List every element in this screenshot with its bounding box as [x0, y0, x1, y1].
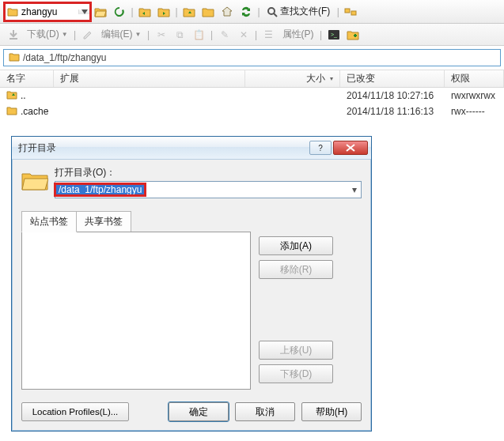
toolbar-separator: | [130, 6, 135, 17]
toolbar-separator: | [254, 29, 259, 40]
rename-icon: ✎ [216, 26, 233, 43]
row-perm: rwxrwxrwx [445, 90, 504, 101]
dialog-titlebar[interactable]: 打开目录 ? [12, 137, 371, 160]
help-icon[interactable]: ? [309, 141, 332, 155]
path-text: /data_1/ftp/zhangyu [23, 52, 106, 63]
find-files-button[interactable]: 查找文件(F) [263, 3, 334, 21]
column-size[interactable]: 大小▾ [245, 70, 340, 87]
folder-icon [6, 106, 17, 118]
row-name: .cache [21, 106, 48, 117]
move-down-button: 下移(D) [259, 364, 333, 383]
svg-rect-2 [351, 11, 356, 15]
file-list: 名字 扩展 大小▾ 已改变 权限 .. 2014/11/18 10:27:16 … [0, 70, 504, 119]
secondary-toolbar: 下载(D) ▼ | 编辑(E) ▼ | ✂ ⧉ 📋 | ✎ ✕ | ☰ 属性(P… [0, 24, 504, 46]
open-dir-label: 打开目录(O)： [55, 166, 362, 179]
toolbar-separator: | [319, 29, 324, 40]
add-bookmark-button[interactable]: 添加(A) [259, 236, 333, 255]
dialog-title: 打开目录 [18, 141, 308, 155]
row-changed: 2014/11/18 10:27:16 [340, 90, 445, 101]
edit-label: 编辑(E) [101, 28, 133, 41]
download-menu: 下载(D) ▼ [24, 26, 71, 43]
open-path-combo[interactable]: /data_1/ftp/zhangyu ▾ [55, 181, 362, 198]
home-icon[interactable] [218, 3, 236, 21]
ok-button[interactable]: 确定 [169, 402, 229, 421]
table-row[interactable]: .. 2014/11/18 10:27:16 rwxrwxrwx [0, 88, 504, 104]
link-icon[interactable] [342, 3, 359, 21]
help-button[interactable]: 帮助(H) [301, 402, 362, 421]
folder-root-icon[interactable] [199, 3, 217, 21]
download-icon [5, 26, 22, 43]
tab-shared-bookmarks[interactable]: 共享书签 [76, 211, 131, 232]
svg-point-0 [268, 8, 275, 14]
toolbar-separator: | [210, 29, 214, 40]
main-toolbar: zhangyu | | | 查找文件(F) | [0, 0, 504, 24]
location-profiles-button[interactable]: Location Profiles(L)... [21, 402, 129, 421]
edit-menu: 编辑(E) ▼ [98, 26, 145, 43]
row-name: .. [21, 90, 26, 101]
folder-icon [6, 7, 20, 17]
column-changed[interactable]: 已改变 [340, 70, 445, 87]
properties-icon: ☰ [260, 26, 278, 43]
column-ext[interactable]: 扩展 [54, 70, 245, 87]
chevron-down-icon[interactable] [78, 9, 89, 14]
folder-up-icon[interactable] [180, 3, 198, 21]
row-changed: 2014/11/18 11:16:13 [340, 106, 445, 117]
move-up-button: 上移(U) [259, 341, 333, 360]
table-header: 名字 扩展 大小▾ 已改变 权限 [0, 70, 504, 88]
chevron-down-icon: ▼ [135, 31, 142, 38]
download-label: 下载(D) [27, 28, 59, 41]
folder-forward-icon[interactable] [155, 3, 172, 21]
toolbar-separator: | [73, 29, 78, 40]
tab-site-bookmarks[interactable]: 站点书签 [21, 211, 77, 232]
delete-icon: ✕ [235, 26, 252, 43]
bookmark-tabs: 站点书签 共享书签 [21, 211, 362, 232]
new-folder-icon[interactable] [344, 26, 362, 43]
table-row[interactable]: .cache 2014/11/18 11:16:13 rwx------ [0, 104, 504, 119]
edit-icon [79, 26, 97, 43]
address-combo[interactable]: zhangyu [5, 3, 90, 21]
find-files-label: 查找文件(F) [280, 5, 330, 18]
folder-open-icon [21, 170, 50, 194]
toolbar-separator: | [256, 6, 261, 17]
cancel-button[interactable]: 取消 [235, 402, 295, 421]
open-path-value: /data_1/ftp/zhangyu [56, 183, 144, 196]
dialog-body: 打开目录(O)： /data_1/ftp/zhangyu ▾ 站点书签 共享书签… [12, 160, 371, 396]
copy-icon: ⧉ [172, 26, 189, 43]
open-directory-dialog: 打开目录 ? 打开目录(O)： /data_1/ftp/zhangyu ▾ [11, 136, 372, 432]
close-icon[interactable] [333, 141, 368, 155]
column-perm[interactable]: 权限 [445, 70, 504, 87]
toolbar-separator: | [146, 29, 151, 40]
cut-icon: ✂ [153, 26, 170, 43]
chevron-down-icon[interactable]: ▾ [348, 184, 361, 195]
folder-icon [9, 52, 20, 64]
chevron-down-icon: ▼ [62, 31, 68, 38]
sort-desc-icon: ▾ [330, 75, 333, 82]
row-perm: rwx------ [445, 106, 504, 117]
open-remote-icon[interactable] [92, 3, 109, 21]
properties-label: 属性(P) [282, 28, 314, 41]
table-body: .. 2014/11/18 10:27:16 rwxrwxrwx .cache … [0, 88, 504, 119]
svg-rect-1 [345, 9, 350, 13]
dialog-footer: Location Profiles(L)... 确定 取消 帮助(H) [12, 396, 371, 431]
toolbar-separator: | [335, 6, 340, 17]
address-combo-text: zhangyu [20, 6, 78, 17]
folder-back-icon[interactable] [136, 3, 153, 21]
folder-up-icon [6, 90, 17, 102]
refresh-icon[interactable] [111, 3, 128, 21]
paste-icon: 📋 [191, 26, 208, 43]
sync-icon[interactable] [237, 3, 255, 21]
bookmark-list[interactable] [21, 232, 251, 390]
path-bar[interactable]: /data_1/ftp/zhangyu [3, 49, 501, 66]
properties-menu: 属性(P) [279, 26, 317, 43]
terminal-icon[interactable]: >_ [325, 26, 343, 43]
remove-bookmark-button: 移除(R) [259, 260, 333, 279]
column-name[interactable]: 名字 [0, 70, 54, 87]
toolbar-separator: | [174, 6, 179, 17]
svg-text:>_: >_ [331, 32, 337, 38]
